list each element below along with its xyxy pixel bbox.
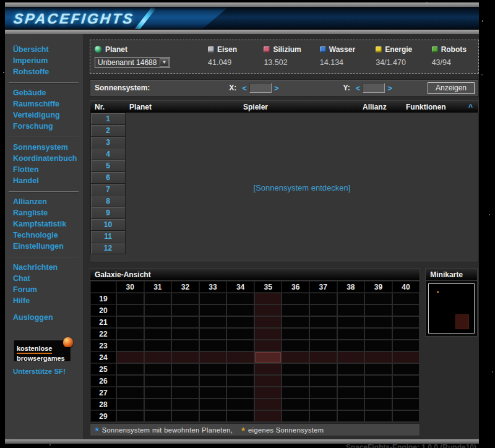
galaxy-cell-34-23[interactable] bbox=[226, 340, 254, 351]
galaxy-cell-35-29[interactable] bbox=[254, 410, 282, 422]
galaxy-cell-33-21[interactable] bbox=[199, 316, 227, 328]
galaxy-cell-32-25[interactable] bbox=[171, 363, 199, 375]
galaxy-cell-30-29[interactable] bbox=[116, 410, 144, 422]
galaxy-cell-31-21[interactable] bbox=[144, 316, 172, 328]
galaxy-cell-39-25[interactable] bbox=[364, 363, 392, 375]
galaxy-cell-31-22[interactable] bbox=[144, 328, 172, 340]
galaxy-cell-40-22[interactable] bbox=[392, 328, 420, 340]
galaxy-cell-39-27[interactable] bbox=[364, 387, 392, 398]
galaxy-cell-36-19[interactable] bbox=[282, 293, 309, 304]
galaxy-cell-33-20[interactable] bbox=[199, 304, 227, 316]
galaxy-cell-40-24[interactable] bbox=[392, 351, 420, 363]
galaxy-cell-32-24[interactable] bbox=[171, 351, 199, 363]
galaxy-cell-40-20[interactable] bbox=[392, 304, 420, 316]
galaxy-cell-30-20[interactable] bbox=[116, 304, 144, 316]
galaxy-cell-36-28[interactable] bbox=[282, 398, 309, 410]
galaxy-cell-37-21[interactable] bbox=[309, 316, 337, 328]
galaxy-cell-33-22[interactable] bbox=[199, 328, 227, 340]
sidebar-item-forum[interactable]: Forum bbox=[13, 284, 82, 295]
galaxy-cell-39-19[interactable] bbox=[364, 293, 392, 304]
sidebar-item-nachrichten[interactable]: Nachrichten bbox=[13, 262, 82, 273]
galaxy-cell-38-21[interactable] bbox=[337, 316, 365, 328]
galaxy-cell-37-20[interactable] bbox=[309, 304, 337, 316]
galaxy-cell-37-27[interactable] bbox=[309, 387, 337, 398]
galaxy-cell-33-27[interactable] bbox=[199, 387, 227, 398]
sidebar-item-imperium[interactable]: Imperium bbox=[13, 55, 82, 66]
galaxy-cell-38-19[interactable] bbox=[337, 293, 365, 304]
galaxy-cell-40-27[interactable] bbox=[392, 387, 420, 398]
galaxy-cell-40-25[interactable] bbox=[392, 363, 420, 375]
sidebar-item-geb-ude[interactable]: Gebäude bbox=[13, 87, 82, 98]
galaxy-cell-32-28[interactable] bbox=[171, 398, 199, 410]
galaxy-cell-39-29[interactable] bbox=[364, 410, 392, 422]
galaxy-cell-37-19[interactable] bbox=[309, 293, 337, 304]
galaxy-cell-40-19[interactable] bbox=[392, 293, 420, 304]
galaxy-cell-39-26[interactable] bbox=[364, 375, 392, 387]
sidebar-item-rangliste[interactable]: Rangliste bbox=[13, 207, 82, 218]
sidebar-item--bersicht[interactable]: Übersicht bbox=[13, 44, 82, 55]
galaxy-cell-39-20[interactable] bbox=[364, 304, 392, 316]
galaxy-cell-33-19[interactable] bbox=[199, 293, 227, 304]
galaxy-cell-35-24[interactable] bbox=[254, 351, 282, 363]
galaxy-cell-33-24[interactable] bbox=[199, 351, 227, 363]
sidebar-item-forschung[interactable]: Forschung bbox=[13, 121, 82, 132]
galaxy-cell-37-29[interactable] bbox=[309, 410, 337, 422]
galaxy-cell-38-20[interactable] bbox=[337, 304, 365, 316]
galaxy-cell-35-20[interactable] bbox=[254, 304, 282, 316]
sidebar-item-handel[interactable]: Handel bbox=[13, 175, 82, 186]
galaxy-cell-36-25[interactable] bbox=[282, 363, 309, 375]
galaxy-cell-37-26[interactable] bbox=[309, 375, 337, 387]
galaxy-cell-30-22[interactable] bbox=[116, 328, 144, 340]
galaxy-cell-35-25[interactable] bbox=[254, 363, 282, 375]
galaxy-cell-38-28[interactable] bbox=[337, 398, 365, 410]
galaxy-cell-33-25[interactable] bbox=[199, 363, 227, 375]
galaxy-cell-31-25[interactable] bbox=[144, 363, 172, 375]
chevron-down-icon[interactable]: ▼ bbox=[160, 58, 169, 67]
galaxy-cell-30-23[interactable] bbox=[116, 340, 144, 351]
y-input[interactable] bbox=[363, 83, 385, 93]
galaxy-cell-33-23[interactable] bbox=[199, 340, 227, 351]
galaxy-cell-36-29[interactable] bbox=[282, 410, 309, 422]
galaxy-cell-37-28[interactable] bbox=[309, 398, 337, 410]
galaxy-cell-36-23[interactable] bbox=[282, 340, 309, 351]
galaxy-cell-30-26[interactable] bbox=[116, 375, 144, 387]
galaxy-cell-39-23[interactable] bbox=[364, 340, 392, 351]
galaxy-cell-34-29[interactable] bbox=[226, 410, 254, 422]
sidebar-item-hilfe[interactable]: Hilfe bbox=[13, 295, 82, 306]
x-decrement-arrow[interactable]: < bbox=[239, 84, 249, 93]
galaxy-cell-35-22[interactable] bbox=[254, 328, 282, 340]
galaxy-cell-35-26[interactable] bbox=[254, 375, 282, 387]
galaxy-cell-31-29[interactable] bbox=[144, 410, 172, 422]
x-increment-arrow[interactable]: > bbox=[272, 84, 282, 93]
galaxy-cell-40-23[interactable] bbox=[392, 340, 420, 351]
galaxy-cell-37-23[interactable] bbox=[309, 340, 337, 351]
galaxy-cell-32-26[interactable] bbox=[171, 375, 199, 387]
galaxy-cell-31-26[interactable] bbox=[144, 375, 172, 387]
sidebar-item-kampfstatistik[interactable]: Kampfstatistik bbox=[13, 218, 82, 230]
galaxy-cell-34-19[interactable] bbox=[226, 293, 254, 304]
galaxy-cell-35-19[interactable] bbox=[254, 293, 282, 304]
galaxy-cell-38-29[interactable] bbox=[337, 410, 365, 422]
galaxy-cell-38-23[interactable] bbox=[337, 340, 365, 351]
galaxy-cell-36-22[interactable] bbox=[282, 328, 309, 340]
sidebar-item-einstellungen[interactable]: Einstellungen bbox=[13, 241, 82, 252]
sidebar-item-flotten[interactable]: Flotten bbox=[13, 164, 82, 175]
galaxy-cell-36-24[interactable] bbox=[282, 351, 309, 363]
sidebar-item-allianzen[interactable]: Allianzen bbox=[13, 196, 82, 207]
galaxy-cell-34-26[interactable] bbox=[226, 375, 254, 387]
galaxy-cell-34-21[interactable] bbox=[226, 316, 254, 328]
show-button[interactable]: Anzeigen bbox=[428, 82, 475, 94]
galaxy-cell-39-21[interactable] bbox=[364, 316, 392, 328]
galaxy-cell-32-27[interactable] bbox=[171, 387, 199, 398]
galaxy-cell-34-27[interactable] bbox=[226, 387, 254, 398]
galaxy-cell-31-27[interactable] bbox=[144, 387, 172, 398]
galaxy-cell-32-21[interactable] bbox=[171, 316, 199, 328]
galaxy-cell-32-22[interactable] bbox=[171, 328, 199, 340]
galaxy-cell-32-20[interactable] bbox=[171, 304, 199, 316]
galaxy-cell-36-27[interactable] bbox=[282, 387, 309, 398]
sidebar-item-technologie[interactable]: Technologie bbox=[13, 230, 82, 241]
galaxy-cell-36-20[interactable] bbox=[282, 304, 309, 316]
galaxy-cell-38-25[interactable] bbox=[337, 363, 365, 375]
galaxy-cell-32-19[interactable] bbox=[171, 293, 199, 304]
galaxy-cell-30-21[interactable] bbox=[116, 316, 144, 328]
